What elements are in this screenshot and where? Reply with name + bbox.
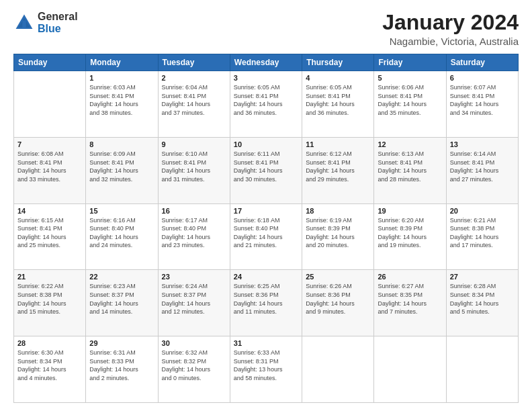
calendar-cell: 12Sunrise: 6:13 AM Sunset: 8:41 PM Dayli…	[374, 137, 446, 203]
calendar-cell: 29Sunrise: 6:31 AM Sunset: 8:33 PM Dayli…	[86, 336, 158, 403]
day-info: Sunrise: 6:05 AM Sunset: 8:41 PM Dayligh…	[306, 83, 370, 117]
subtitle: Nagambie, Victoria, Australia	[382, 36, 519, 47]
day-number: 4	[306, 74, 370, 82]
day-info: Sunrise: 6:33 AM Sunset: 8:31 PM Dayligh…	[234, 349, 298, 382]
day-info: Sunrise: 6:06 AM Sunset: 8:41 PM Dayligh…	[378, 83, 442, 117]
day-info: Sunrise: 6:04 AM Sunset: 8:41 PM Dayligh…	[162, 83, 226, 117]
calendar-cell: 30Sunrise: 6:32 AM Sunset: 8:32 PM Dayli…	[158, 336, 230, 403]
calendar-cell: 15Sunrise: 6:16 AM Sunset: 8:40 PM Dayli…	[86, 203, 158, 270]
calendar-cell: 17Sunrise: 6:18 AM Sunset: 8:40 PM Dayli…	[230, 203, 302, 270]
day-number: 17	[234, 207, 298, 215]
day-number: 22	[89, 273, 154, 281]
calendar-header-wednesday: Wednesday	[230, 54, 302, 71]
day-number: 31	[234, 339, 298, 347]
day-number: 13	[450, 140, 515, 148]
calendar-week-4: 21Sunrise: 6:22 AM Sunset: 8:38 PM Dayli…	[14, 270, 519, 336]
calendar-header-friday: Friday	[374, 54, 446, 71]
day-info: Sunrise: 6:16 AM Sunset: 8:40 PM Dayligh…	[89, 216, 154, 250]
day-info: Sunrise: 6:14 AM Sunset: 8:41 PM Dayligh…	[450, 150, 515, 183]
calendar-week-1: 1Sunrise: 6:03 AM Sunset: 8:41 PM Daylig…	[14, 71, 519, 138]
day-number: 5	[378, 74, 442, 82]
calendar-cell: 20Sunrise: 6:21 AM Sunset: 8:38 PM Dayli…	[446, 203, 518, 270]
svg-rect-2	[22, 20, 26, 28]
day-info: Sunrise: 6:10 AM Sunset: 8:41 PM Dayligh…	[162, 150, 226, 183]
calendar-table: SundayMondayTuesdayWednesdayThursdayFrid…	[13, 54, 519, 403]
day-number: 30	[162, 339, 226, 347]
day-number: 6	[450, 74, 515, 82]
day-info: Sunrise: 6:03 AM Sunset: 8:41 PM Dayligh…	[89, 83, 154, 117]
day-number: 23	[162, 273, 226, 281]
day-number: 15	[89, 207, 154, 215]
logo: General Blue	[13, 11, 78, 34]
day-number: 12	[378, 140, 442, 148]
calendar-cell: 8Sunrise: 6:09 AM Sunset: 8:41 PM Daylig…	[86, 137, 158, 203]
calendar-cell: 19Sunrise: 6:20 AM Sunset: 8:39 PM Dayli…	[374, 203, 446, 270]
day-info: Sunrise: 6:07 AM Sunset: 8:41 PM Dayligh…	[450, 83, 515, 117]
calendar-cell: 6Sunrise: 6:07 AM Sunset: 8:41 PM Daylig…	[446, 71, 518, 138]
day-info: Sunrise: 6:21 AM Sunset: 8:38 PM Dayligh…	[450, 216, 515, 250]
day-info: Sunrise: 6:24 AM Sunset: 8:37 PM Dayligh…	[162, 282, 226, 316]
day-number: 26	[378, 273, 442, 281]
day-number: 29	[89, 339, 154, 347]
day-info: Sunrise: 6:17 AM Sunset: 8:40 PM Dayligh…	[162, 216, 226, 250]
day-number: 7	[17, 140, 82, 148]
day-number: 9	[162, 140, 226, 148]
day-number: 2	[162, 74, 226, 82]
calendar-cell	[14, 71, 86, 138]
calendar-week-3: 14Sunrise: 6:15 AM Sunset: 8:41 PM Dayli…	[14, 203, 519, 270]
day-info: Sunrise: 6:25 AM Sunset: 8:36 PM Dayligh…	[234, 282, 298, 316]
calendar-cell	[446, 336, 518, 403]
day-number: 19	[378, 207, 442, 215]
logo-blue: Blue	[38, 23, 78, 35]
logo-text: General Blue	[38, 11, 78, 34]
calendar-cell: 16Sunrise: 6:17 AM Sunset: 8:40 PM Dayli…	[158, 203, 230, 270]
day-number: 21	[17, 273, 82, 281]
day-info: Sunrise: 6:27 AM Sunset: 8:35 PM Dayligh…	[378, 282, 442, 316]
day-info: Sunrise: 6:28 AM Sunset: 8:34 PM Dayligh…	[450, 282, 515, 316]
logo-general: General	[38, 11, 78, 23]
day-info: Sunrise: 6:20 AM Sunset: 8:39 PM Dayligh…	[378, 216, 442, 250]
day-info: Sunrise: 6:32 AM Sunset: 8:32 PM Dayligh…	[162, 349, 226, 382]
calendar-cell: 10Sunrise: 6:11 AM Sunset: 8:41 PM Dayli…	[230, 137, 302, 203]
calendar-cell: 27Sunrise: 6:28 AM Sunset: 8:34 PM Dayli…	[446, 270, 518, 336]
day-number: 14	[17, 207, 82, 215]
title-block: January 2024 Nagambie, Victoria, Austral…	[382, 11, 519, 47]
day-number: 1	[89, 74, 154, 82]
calendar-header-row: SundayMondayTuesdayWednesdayThursdayFrid…	[14, 54, 519, 71]
day-number: 28	[17, 339, 82, 347]
day-number: 3	[234, 74, 298, 82]
calendar-header-thursday: Thursday	[302, 54, 374, 71]
calendar-header-tuesday: Tuesday	[158, 54, 230, 71]
day-info: Sunrise: 6:26 AM Sunset: 8:36 PM Dayligh…	[306, 282, 370, 316]
day-number: 11	[306, 140, 370, 148]
day-number: 18	[306, 207, 370, 215]
day-info: Sunrise: 6:15 AM Sunset: 8:41 PM Dayligh…	[17, 216, 82, 250]
day-info: Sunrise: 6:05 AM Sunset: 8:41 PM Dayligh…	[234, 83, 298, 117]
calendar-cell: 14Sunrise: 6:15 AM Sunset: 8:41 PM Dayli…	[14, 203, 86, 270]
header: General Blue January 2024 Nagambie, Vict…	[13, 11, 519, 47]
calendar-cell: 23Sunrise: 6:24 AM Sunset: 8:37 PM Dayli…	[158, 270, 230, 336]
calendar-header-sunday: Sunday	[14, 54, 86, 71]
day-info: Sunrise: 6:18 AM Sunset: 8:40 PM Dayligh…	[234, 216, 298, 250]
calendar-cell: 9Sunrise: 6:10 AM Sunset: 8:41 PM Daylig…	[158, 137, 230, 203]
calendar-cell: 31Sunrise: 6:33 AM Sunset: 8:31 PM Dayli…	[230, 336, 302, 403]
calendar-cell: 7Sunrise: 6:08 AM Sunset: 8:41 PM Daylig…	[14, 137, 86, 203]
day-info: Sunrise: 6:30 AM Sunset: 8:34 PM Dayligh…	[17, 349, 82, 382]
calendar-cell: 13Sunrise: 6:14 AM Sunset: 8:41 PM Dayli…	[446, 137, 518, 203]
main-title: January 2024	[382, 11, 519, 34]
day-info: Sunrise: 6:23 AM Sunset: 8:37 PM Dayligh…	[89, 282, 154, 316]
calendar-cell: 3Sunrise: 6:05 AM Sunset: 8:41 PM Daylig…	[230, 71, 302, 138]
calendar-cell: 1Sunrise: 6:03 AM Sunset: 8:41 PM Daylig…	[86, 71, 158, 138]
calendar-cell: 21Sunrise: 6:22 AM Sunset: 8:38 PM Dayli…	[14, 270, 86, 336]
day-number: 10	[234, 140, 298, 148]
calendar-cell: 4Sunrise: 6:05 AM Sunset: 8:41 PM Daylig…	[302, 71, 374, 138]
calendar-cell: 28Sunrise: 6:30 AM Sunset: 8:34 PM Dayli…	[14, 336, 86, 403]
day-info: Sunrise: 6:11 AM Sunset: 8:41 PM Dayligh…	[234, 150, 298, 183]
day-info: Sunrise: 6:19 AM Sunset: 8:39 PM Dayligh…	[306, 216, 370, 250]
calendar-cell	[302, 336, 374, 403]
day-number: 20	[450, 207, 515, 215]
day-number: 25	[306, 273, 370, 281]
calendar-cell: 18Sunrise: 6:19 AM Sunset: 8:39 PM Dayli…	[302, 203, 374, 270]
calendar-header-saturday: Saturday	[446, 54, 518, 71]
calendar-cell: 25Sunrise: 6:26 AM Sunset: 8:36 PM Dayli…	[302, 270, 374, 336]
